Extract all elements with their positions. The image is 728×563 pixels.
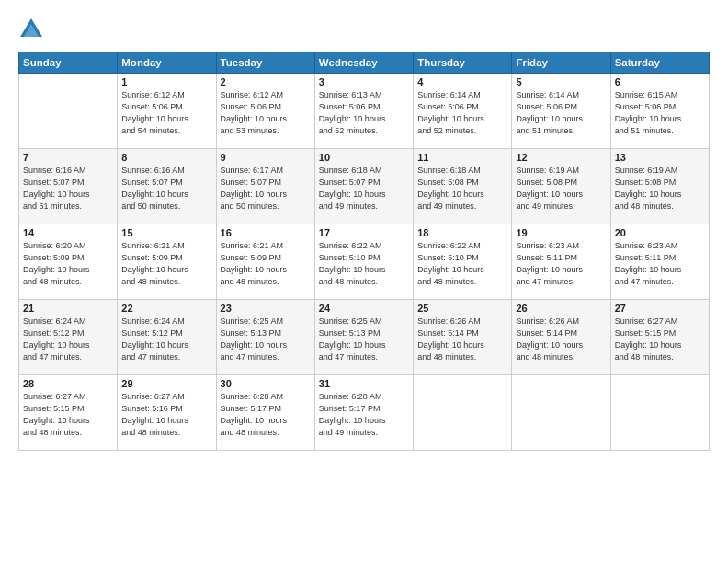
col-header-monday: Monday — [118, 52, 216, 74]
day-cell: 18Sunrise: 6:22 AM Sunset: 5:10 PM Dayli… — [414, 224, 512, 300]
day-info: Sunrise: 6:12 AM Sunset: 5:06 PM Dayligh… — [121, 89, 211, 137]
day-number: 18 — [417, 227, 507, 238]
day-cell: 8Sunrise: 6:16 AM Sunset: 5:07 PM Daylig… — [118, 149, 216, 224]
day-number: 21 — [23, 303, 113, 314]
col-header-tuesday: Tuesday — [216, 52, 314, 74]
day-cell: 10Sunrise: 6:18 AM Sunset: 5:07 PM Dayli… — [314, 149, 413, 224]
day-number: 23 — [221, 303, 311, 314]
day-cell: 22Sunrise: 6:24 AM Sunset: 5:12 PM Dayli… — [118, 300, 216, 375]
day-info: Sunrise: 6:14 AM Sunset: 5:06 PM Dayligh… — [417, 89, 507, 137]
day-number: 4 — [417, 76, 507, 87]
day-cell: 26Sunrise: 6:26 AM Sunset: 5:14 PM Dayli… — [512, 300, 610, 375]
day-info: Sunrise: 6:19 AM Sunset: 5:08 PM Dayligh… — [516, 165, 606, 213]
day-cell — [610, 375, 709, 451]
day-cell — [414, 375, 512, 451]
day-number: 28 — [23, 378, 113, 389]
day-cell: 28Sunrise: 6:27 AM Sunset: 5:15 PM Dayli… — [19, 375, 118, 451]
day-info: Sunrise: 6:28 AM Sunset: 5:17 PM Dayligh… — [221, 391, 311, 439]
day-info: Sunrise: 6:21 AM Sunset: 5:09 PM Dayligh… — [121, 240, 211, 288]
day-cell: 30Sunrise: 6:28 AM Sunset: 5:17 PM Dayli… — [216, 375, 314, 451]
day-info: Sunrise: 6:25 AM Sunset: 5:13 PM Dayligh… — [319, 316, 409, 363]
day-info: Sunrise: 6:12 AM Sunset: 5:06 PM Dayligh… — [221, 89, 311, 137]
day-number: 11 — [417, 152, 507, 163]
day-info: Sunrise: 6:18 AM Sunset: 5:07 PM Dayligh… — [319, 165, 409, 213]
day-cell: 25Sunrise: 6:26 AM Sunset: 5:14 PM Dayli… — [414, 300, 512, 375]
day-cell: 7Sunrise: 6:16 AM Sunset: 5:07 PM Daylig… — [19, 149, 118, 224]
day-info: Sunrise: 6:16 AM Sunset: 5:07 PM Dayligh… — [23, 165, 113, 213]
day-cell: 5Sunrise: 6:14 AM Sunset: 5:06 PM Daylig… — [512, 74, 610, 149]
day-info: Sunrise: 6:20 AM Sunset: 5:09 PM Dayligh… — [23, 240, 113, 288]
day-number: 16 — [221, 227, 311, 238]
day-cell: 29Sunrise: 6:27 AM Sunset: 5:16 PM Dayli… — [118, 375, 216, 451]
day-cell — [512, 375, 610, 451]
day-info: Sunrise: 6:27 AM Sunset: 5:15 PM Dayligh… — [23, 391, 113, 439]
calendar-page: SundayMondayTuesdayWednesdayThursdayFrid… — [0, 0, 728, 563]
day-cell: 11Sunrise: 6:18 AM Sunset: 5:08 PM Dayli… — [414, 149, 512, 224]
day-cell: 20Sunrise: 6:23 AM Sunset: 5:11 PM Dayli… — [610, 224, 709, 300]
day-info: Sunrise: 6:13 AM Sunset: 5:06 PM Dayligh… — [319, 89, 409, 137]
week-row-5: 28Sunrise: 6:27 AM Sunset: 5:15 PM Dayli… — [19, 375, 710, 451]
day-info: Sunrise: 6:22 AM Sunset: 5:10 PM Dayligh… — [417, 240, 507, 288]
day-info: Sunrise: 6:27 AM Sunset: 5:16 PM Dayligh… — [121, 391, 211, 439]
day-info: Sunrise: 6:22 AM Sunset: 5:10 PM Dayligh… — [319, 240, 409, 288]
week-row-4: 21Sunrise: 6:24 AM Sunset: 5:12 PM Dayli… — [19, 300, 710, 375]
day-number: 27 — [615, 303, 705, 314]
day-cell: 12Sunrise: 6:19 AM Sunset: 5:08 PM Dayli… — [512, 149, 610, 224]
day-number: 22 — [121, 303, 211, 314]
day-info: Sunrise: 6:15 AM Sunset: 5:06 PM Dayligh… — [615, 89, 705, 137]
day-number: 6 — [615, 76, 705, 87]
day-number: 29 — [121, 378, 211, 389]
day-number: 5 — [516, 76, 606, 87]
day-cell: 27Sunrise: 6:27 AM Sunset: 5:15 PM Dayli… — [610, 300, 709, 375]
day-number: 12 — [516, 152, 606, 163]
week-row-2: 7Sunrise: 6:16 AM Sunset: 5:07 PM Daylig… — [19, 149, 710, 224]
day-number: 9 — [221, 152, 311, 163]
logo — [18, 17, 48, 42]
day-number: 26 — [516, 303, 606, 314]
day-info: Sunrise: 6:27 AM Sunset: 5:15 PM Dayligh… — [615, 316, 705, 363]
day-info: Sunrise: 6:24 AM Sunset: 5:12 PM Dayligh… — [121, 316, 211, 363]
day-info: Sunrise: 6:14 AM Sunset: 5:06 PM Dayligh… — [516, 89, 606, 137]
day-cell: 9Sunrise: 6:17 AM Sunset: 5:07 PM Daylig… — [216, 149, 314, 224]
day-info: Sunrise: 6:24 AM Sunset: 5:12 PM Dayligh… — [23, 316, 113, 363]
day-info: Sunrise: 6:17 AM Sunset: 5:07 PM Dayligh… — [221, 165, 311, 213]
col-header-saturday: Saturday — [610, 52, 709, 74]
day-number: 31 — [319, 378, 409, 389]
week-row-1: 1Sunrise: 6:12 AM Sunset: 5:06 PM Daylig… — [19, 74, 710, 149]
day-number: 7 — [23, 152, 113, 163]
col-header-wednesday: Wednesday — [314, 52, 413, 74]
day-number: 15 — [121, 227, 211, 238]
calendar-table: SundayMondayTuesdayWednesdayThursdayFrid… — [18, 52, 710, 451]
day-number: 17 — [319, 227, 409, 238]
day-number: 25 — [417, 303, 507, 314]
day-info: Sunrise: 6:25 AM Sunset: 5:13 PM Dayligh… — [221, 316, 311, 363]
day-number: 30 — [221, 378, 311, 389]
day-info: Sunrise: 6:23 AM Sunset: 5:11 PM Dayligh… — [615, 240, 705, 288]
day-cell: 1Sunrise: 6:12 AM Sunset: 5:06 PM Daylig… — [118, 74, 216, 149]
day-cell: 24Sunrise: 6:25 AM Sunset: 5:13 PM Dayli… — [314, 300, 413, 375]
day-info: Sunrise: 6:28 AM Sunset: 5:17 PM Dayligh… — [319, 391, 409, 439]
day-cell: 21Sunrise: 6:24 AM Sunset: 5:12 PM Dayli… — [19, 300, 118, 375]
day-cell: 15Sunrise: 6:21 AM Sunset: 5:09 PM Dayli… — [118, 224, 216, 300]
day-number: 20 — [615, 227, 705, 238]
day-cell: 17Sunrise: 6:22 AM Sunset: 5:10 PM Dayli… — [314, 224, 413, 300]
logo-icon — [18, 17, 44, 42]
day-number: 13 — [615, 152, 705, 163]
day-info: Sunrise: 6:23 AM Sunset: 5:11 PM Dayligh… — [516, 240, 606, 288]
day-number: 10 — [319, 152, 409, 163]
header — [18, 17, 710, 42]
day-cell: 14Sunrise: 6:20 AM Sunset: 5:09 PM Dayli… — [19, 224, 118, 300]
day-cell: 3Sunrise: 6:13 AM Sunset: 5:06 PM Daylig… — [314, 74, 413, 149]
day-cell: 16Sunrise: 6:21 AM Sunset: 5:09 PM Dayli… — [216, 224, 314, 300]
day-cell: 4Sunrise: 6:14 AM Sunset: 5:06 PM Daylig… — [414, 74, 512, 149]
day-number: 3 — [319, 76, 409, 87]
day-cell: 19Sunrise: 6:23 AM Sunset: 5:11 PM Dayli… — [512, 224, 610, 300]
day-number: 1 — [121, 76, 211, 87]
day-cell: 13Sunrise: 6:19 AM Sunset: 5:08 PM Dayli… — [610, 149, 709, 224]
week-row-3: 14Sunrise: 6:20 AM Sunset: 5:09 PM Dayli… — [19, 224, 710, 300]
day-number: 2 — [221, 76, 311, 87]
day-info: Sunrise: 6:26 AM Sunset: 5:14 PM Dayligh… — [417, 316, 507, 363]
day-number: 8 — [121, 152, 211, 163]
day-info: Sunrise: 6:18 AM Sunset: 5:08 PM Dayligh… — [417, 165, 507, 213]
day-info: Sunrise: 6:16 AM Sunset: 5:07 PM Dayligh… — [121, 165, 211, 213]
